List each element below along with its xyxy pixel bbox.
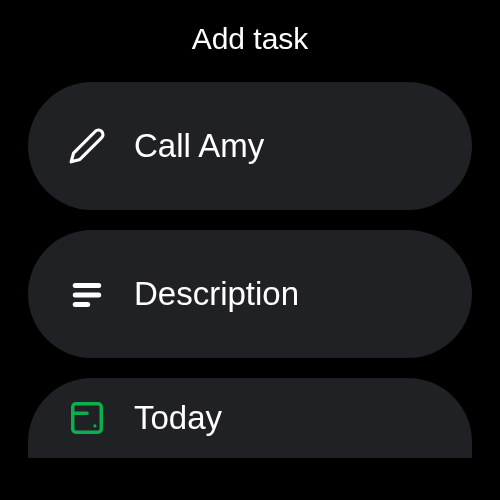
svg-rect-0	[73, 283, 102, 288]
task-date-label: Today	[134, 399, 222, 437]
task-description-button[interactable]: Description	[28, 230, 472, 358]
task-name-button[interactable]: Call Amy	[28, 82, 472, 210]
task-description-label: Description	[134, 275, 299, 313]
svg-rect-1	[73, 292, 102, 297]
svg-rect-3	[73, 404, 102, 433]
svg-point-5	[93, 424, 96, 427]
task-options-list: Call Amy Description Today	[0, 82, 500, 458]
task-name-label: Call Amy	[134, 127, 264, 165]
svg-rect-2	[73, 302, 90, 307]
task-date-button[interactable]: Today	[28, 378, 472, 458]
description-icon	[68, 275, 106, 313]
calendar-icon	[68, 399, 106, 437]
page-title: Add task	[0, 0, 500, 82]
pencil-icon	[68, 127, 106, 165]
